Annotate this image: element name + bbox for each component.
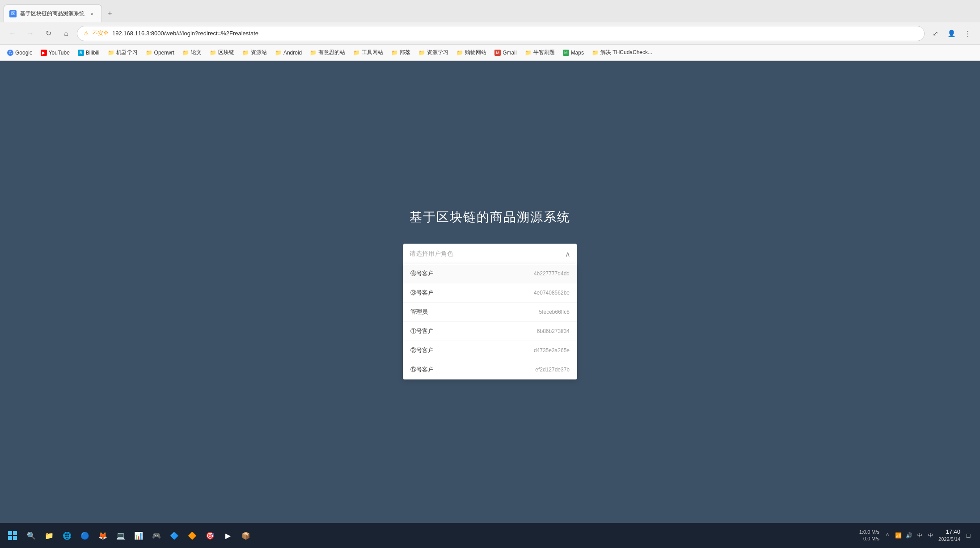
tab-close-button[interactable]: × xyxy=(88,10,96,18)
bookmark-label: 区块链 xyxy=(218,49,234,56)
back-button[interactable]: ← xyxy=(5,26,20,41)
windows-logo-icon xyxy=(8,531,17,540)
clock[interactable]: 17:40 2022/5/14 xyxy=(938,528,960,543)
dropdown-item-0[interactable]: ④号客户 4b227777d4dd xyxy=(403,264,577,283)
bookmark-maps[interactable]: M Maps xyxy=(559,48,587,57)
bookmark-buluo[interactable]: 📁 部落 xyxy=(388,47,414,58)
forward-button[interactable]: → xyxy=(23,26,38,41)
folder-icon: 📁 xyxy=(310,50,317,56)
vscode-icon[interactable]: 💻 xyxy=(113,527,129,544)
bookmark-label: Gmail xyxy=(503,50,516,56)
bookmark-openwrt[interactable]: 📁 Openwrt xyxy=(142,48,178,57)
item-address-2: 5feceb66ffc8 xyxy=(539,309,570,315)
bookmark-youyisi[interactable]: 📁 有意思的站 xyxy=(306,47,349,58)
app1-icon[interactable]: 🔷 xyxy=(166,527,182,544)
notifications-icon[interactable]: □ xyxy=(964,531,973,540)
url-bar[interactable]: ⚠ 不安全 192.168.116.3:8000/web/#/login?red… xyxy=(77,26,925,41)
page-title: 基于区块链的商品溯源系统 xyxy=(410,209,570,226)
bookmark-thcuda[interactable]: 📁 解决 THCudaCheck... xyxy=(588,47,656,58)
folder-icon: 📁 xyxy=(353,50,360,56)
bookmark-label: 工具网站 xyxy=(362,49,383,56)
input-method-icon[interactable]: 中 xyxy=(926,531,935,540)
bookmark-ziyuanxuexi[interactable]: 📁 资源学习 xyxy=(415,47,452,58)
bookmark-shopping[interactable]: 📁 购物网站 xyxy=(453,47,490,58)
lang-tray-icon[interactable]: 中 xyxy=(915,531,924,540)
bookmark-jiqixuexi[interactable]: 📁 机器学习 xyxy=(104,47,141,58)
new-tab-button[interactable]: + xyxy=(104,7,116,20)
bookmark-ziyuanzhan[interactable]: 📁 资源站 xyxy=(239,47,270,58)
dropdown-container: 请选择用户角色 ∧ ④号客户 4b227777d4dd ③号客户 4e07408… xyxy=(403,244,577,379)
item-address-5: ef2d127de37b xyxy=(535,367,570,373)
item-name-3: ①号客户 xyxy=(410,327,434,335)
dropdown-arrow-icon: ∧ xyxy=(565,250,570,258)
store-icon[interactable]: 🔵 xyxy=(77,527,93,544)
dropdown-trigger[interactable]: 请选择用户角色 ∧ xyxy=(403,244,577,264)
dropdown-item-5[interactable]: ⑤号客户 ef2d127de37b xyxy=(403,360,577,379)
active-tab[interactable]: 区 基于区块链的商品溯源系统 × xyxy=(4,4,102,22)
taskbar: 🔍 📁 🌐 🔵 🦊 💻 📊 🎮 🔷 🔶 🎯 ▶ 📦 1:0.0 M/s 0.0 … xyxy=(0,523,980,548)
firefox-icon[interactable]: 🦊 xyxy=(95,527,111,544)
item-address-0: 4b227777d4dd xyxy=(534,270,570,277)
bookmark-label: 解决 THCudaCheck... xyxy=(600,49,652,56)
refresh-button[interactable]: ↻ xyxy=(41,26,55,41)
network-speed: 1:0.0 M/s 0.0 M/s xyxy=(859,529,879,543)
dropdown-item-1[interactable]: ③号客户 4e07408562be xyxy=(403,283,577,303)
bookmark-niuke[interactable]: 📁 牛客刷题 xyxy=(521,47,558,58)
folder-icon: 📁 xyxy=(182,50,189,56)
file-explorer-icon[interactable]: 📁 xyxy=(41,527,57,544)
tab-title: 基于区块链的商品溯源系统 xyxy=(20,10,84,17)
bookmarks-bar: G Google ▶ YouTube B Bilibili 📁 机器学习 📁 O… xyxy=(0,45,980,61)
browser-chrome: 区 基于区块链的商品溯源系统 × + ← → ↻ ⌂ ⚠ 不安全 192.168… xyxy=(0,0,980,61)
folder-icon: 📁 xyxy=(108,50,114,56)
dropdown-item-4[interactable]: ②号客户 d4735e3a265e xyxy=(403,341,577,360)
bookmark-label: 论文 xyxy=(191,49,202,56)
bookmark-label: Maps xyxy=(571,50,584,56)
bookmark-google[interactable]: G Google xyxy=(4,48,36,57)
media-icon[interactable]: ▶ xyxy=(220,527,236,544)
bookmark-lunwen[interactable]: 📁 论文 xyxy=(179,47,205,58)
maps-favicon: M xyxy=(563,50,569,56)
upload-speed: 1:0.0 M/s xyxy=(859,529,879,535)
folder-icon: 📁 xyxy=(456,50,463,56)
extensions-icon[interactable]: ⤢ xyxy=(928,26,942,41)
download-speed: 0.0 M/s xyxy=(859,535,879,542)
bookmark-label: Openwrt xyxy=(154,50,174,56)
start-button[interactable] xyxy=(4,527,21,544)
bookmark-blockchain[interactable]: 📁 区块链 xyxy=(206,47,238,58)
bookmark-label: 有意思的站 xyxy=(318,49,345,56)
url-text: 192.168.116.3:8000/web/#/login?redirect=… xyxy=(112,30,258,37)
bookmark-tools[interactable]: 📁 工具网站 xyxy=(350,47,387,58)
folder-icon: 📁 xyxy=(391,50,398,56)
bookmark-youtube[interactable]: ▶ YouTube xyxy=(37,48,73,57)
clock-time: 17:40 xyxy=(938,528,960,536)
bookmark-label: Bilibili xyxy=(86,50,100,56)
terminal-icon[interactable]: 📊 xyxy=(131,527,147,544)
bookmark-label: Android xyxy=(283,50,302,56)
bookmark-label: 资源学习 xyxy=(427,49,448,56)
edge-icon[interactable]: 🌐 xyxy=(59,527,75,544)
app3-icon[interactable]: 🎯 xyxy=(202,527,218,544)
bookmark-gmail[interactable]: M Gmail xyxy=(491,48,520,57)
menu-icon[interactable]: ⋮ xyxy=(960,26,975,41)
bilibili-favicon: B xyxy=(78,50,84,56)
tab-bar: 区 基于区块链的商品溯源系统 × + xyxy=(0,0,980,22)
item-address-3: 6b86b273ff34 xyxy=(537,328,570,334)
package-icon[interactable]: 📦 xyxy=(238,527,254,544)
youtube-favicon: ▶ xyxy=(41,50,47,56)
dropdown-item-2[interactable]: 管理员 5feceb66ffc8 xyxy=(403,303,577,322)
volume-tray-icon[interactable]: 🔊 xyxy=(904,531,913,540)
game-icon[interactable]: 🎮 xyxy=(148,527,165,544)
clock-date: 2022/5/14 xyxy=(938,536,960,543)
item-name-0: ④号客户 xyxy=(410,270,434,278)
folder-icon: 📁 xyxy=(592,50,599,56)
app2-icon[interactable]: 🔶 xyxy=(184,527,200,544)
home-button[interactable]: ⌂ xyxy=(59,26,73,41)
bookmark-android[interactable]: 📁 Android xyxy=(271,48,305,57)
search-taskbar-icon[interactable]: 🔍 xyxy=(23,527,39,544)
dropdown-item-3[interactable]: ①号客户 6b86b273ff34 xyxy=(403,322,577,341)
network-tray-icon[interactable]: 📶 xyxy=(894,531,903,540)
profile-icon[interactable]: 👤 xyxy=(944,26,959,41)
tray-icon-1[interactable]: ^ xyxy=(883,531,892,540)
bookmark-label: 部落 xyxy=(400,49,410,56)
bookmark-bilibili[interactable]: B Bilibili xyxy=(74,48,103,57)
